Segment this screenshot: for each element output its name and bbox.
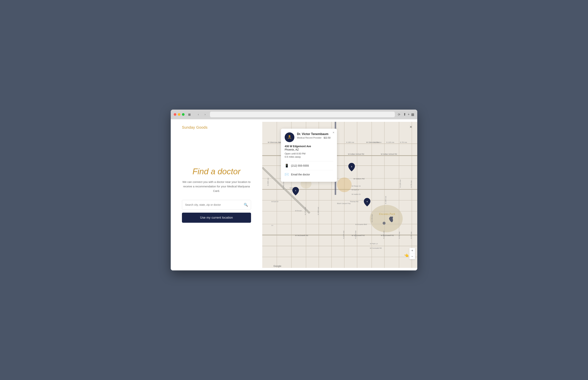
svg-text:N 27th Ave: N 27th Ave — [304, 207, 306, 215]
svg-point-1 — [370, 205, 403, 232]
app-logo: Sunday Goods — [182, 125, 208, 130]
svg-text:N 7th Ave: N 7th Ave — [410, 180, 412, 188]
browser-toolbar-right: ⬆ + ▦ — [403, 112, 414, 116]
popup-distance: 0.6 miles away — [285, 155, 333, 158]
svg-text:W Flower St: W Flower St — [351, 185, 361, 187]
svg-point-78 — [382, 222, 385, 225]
svg-text:W Coronado Rd: W Coronado Rd — [370, 247, 381, 249]
svg-text:N 11th Ave: N 11th Ave — [386, 141, 394, 143]
svg-text:N 23rd Ave: N 23rd Ave — [355, 230, 357, 239]
svg-text:W Encanto Blvd: W Encanto Blvd — [355, 224, 367, 225]
map-cursor: 👈 — [404, 253, 409, 258]
phone-icon: 📱 — [285, 164, 289, 168]
share-icon[interactable]: ⬆ — [403, 112, 406, 116]
svg-text:Thomas Rd: Thomas Rd — [350, 201, 358, 203]
page-subtitle: We can connect you with a doctor near yo… — [182, 180, 251, 193]
phone-number: (212) 555-5555 — [291, 164, 309, 167]
svg-text:N 16th Ave: N 16th Ave — [383, 231, 385, 239]
svg-text:W Earll Dr: W Earll Dr — [351, 189, 359, 191]
page-close-button[interactable]: × — [410, 125, 412, 129]
svg-text:W Indian School Rd: W Indian School Rd — [348, 153, 364, 155]
doctor-info: Dr. Victor Tenembaum Medical Record Prov… — [297, 133, 330, 139]
address-line1: 430 W Edgemont Ave — [285, 145, 333, 148]
svg-text:Ln: Ln — [271, 224, 273, 226]
svg-text:1: 1 — [295, 190, 296, 191]
browser-nav: ‹ › — [196, 112, 208, 117]
browser-window: ▦ ‹ › ⟳ ⬆ + ▦ Sunday Goods Find a doctor… — [171, 110, 417, 270]
svg-text:Black Canyon Fwy: Black Canyon Fwy — [337, 203, 351, 204]
svg-text:W Earl Dr: W Earl Dr — [271, 201, 278, 203]
svg-text:W Osborn Rd: W Osborn Rd — [353, 178, 364, 180]
search-icon: 🔍 — [244, 203, 248, 207]
map-zoom-controls: + − — [409, 248, 415, 259]
page-title: Find a doctor — [182, 167, 251, 176]
google-logo: Google — [274, 265, 281, 267]
svg-text:W Encan...: W Encan... — [295, 210, 303, 212]
back-button[interactable]: ‹ — [196, 112, 201, 117]
doctor-avatar — [285, 133, 294, 142]
city-state: Phoenix, AZ — [285, 148, 333, 151]
forward-button[interactable]: › — [203, 112, 208, 117]
search-box[interactable]: 🔍 — [182, 200, 251, 210]
doctor-role: Medical Record Provider — [297, 136, 321, 139]
maximize-traffic-light[interactable] — [182, 113, 185, 116]
phone-contact[interactable]: 📱 (212) 555-5555 — [285, 164, 333, 168]
zoom-out-button[interactable]: − — [409, 254, 415, 259]
use-location-button[interactable]: Use my current location — [182, 213, 251, 223]
email-icon: ✉️ — [285, 172, 289, 176]
extensions-icon[interactable]: ▦ — [411, 112, 414, 116]
svg-text:N 7th Ave: N 7th Ave — [398, 231, 400, 239]
svg-text:N 7th Ave: N 7th Ave — [410, 231, 412, 239]
map-area: N 30th St N 27th Ave N 23rd Ave N 19th A… — [262, 119, 417, 270]
refresh-icon[interactable]: ⟳ — [398, 113, 400, 116]
svg-text:N 11th Ave: N 11th Ave — [399, 180, 401, 188]
svg-text:2: 2 — [351, 166, 352, 168]
popup-address: 430 W Edgemont Ave Phoenix, AZ — [285, 145, 333, 151]
svg-text:Encanto Park: Encanto Park — [379, 212, 395, 215]
email-label: Email the doctor — [291, 173, 310, 176]
browser-content: Sunday Goods Find a doctor We can connec… — [171, 119, 417, 270]
svg-text:W Indian School Rd: W Indian School Rd — [381, 153, 397, 155]
svg-text:N 35th Ave: N 35th Ave — [267, 178, 269, 186]
new-tab-icon[interactable]: + — [408, 113, 410, 116]
left-panel: Sunday Goods Find a doctor We can connec… — [171, 119, 262, 270]
email-contact[interactable]: ✉️ Email the doctor — [285, 172, 333, 176]
close-traffic-light[interactable] — [174, 113, 176, 116]
svg-text:W McDowell Rd: W McDowell Rd — [351, 234, 364, 236]
popup-header: Dr. Victor Tenembaum Medical Record Prov… — [285, 133, 333, 142]
svg-text:W Avalon Dr: W Avalon Dr — [351, 193, 361, 195]
doctor-name: Dr. Victor Tenembaum — [297, 133, 330, 136]
doctor-popup: × Dr. Victor Tenembaum Medical Record P — [281, 129, 337, 182]
search-input[interactable] — [185, 203, 244, 206]
doctor-meta: Medical Record Provider $22.50 — [297, 136, 330, 139]
svg-text:N 20th Ave: N 20th Ave — [343, 231, 345, 239]
popup-close-button[interactable]: × — [333, 131, 334, 134]
svg-point-79 — [337, 177, 351, 192]
svg-text:W Glenrosa Ave: W Glenrosa Ave — [268, 141, 281, 143]
svg-point-84 — [289, 135, 291, 137]
browser-chrome: ▦ ‹ › ⟳ ⬆ + ▦ — [171, 110, 417, 119]
svg-text:N 17th Ave: N 17th Ave — [371, 214, 373, 222]
traffic-lights — [174, 113, 185, 116]
svg-text:N 34th Ave: N 34th Ave — [283, 181, 284, 190]
zoom-in-button[interactable]: + — [409, 248, 415, 254]
address-bar[interactable] — [210, 112, 395, 117]
svg-text:N 19th Ave: N 19th Ave — [385, 196, 387, 204]
doctor-price: $22.50 — [324, 136, 331, 139]
sidebar-toggle-icon[interactable]: ▦ — [187, 112, 192, 117]
svg-text:4: 4 — [367, 200, 368, 203]
popup-hours: Open until 8:00 PM — [285, 152, 333, 155]
svg-text:W Palm Ln: W Palm Ln — [370, 243, 378, 245]
svg-text:N 7th Ave: N 7th Ave — [400, 141, 407, 143]
svg-text:W McDowell Rd: W McDowell Rd — [295, 234, 308, 236]
svg-text:N 19th Ave: N 19th Ave — [346, 141, 354, 143]
svg-text:N 26th Ave: N 26th Ave — [317, 207, 319, 215]
svg-text:W McDowell Rd: W McDowell Rd — [381, 234, 394, 236]
svg-text:W Glenrosa Ave: W Glenrosa Ave — [366, 141, 379, 143]
minimize-traffic-light[interactable] — [178, 113, 180, 116]
